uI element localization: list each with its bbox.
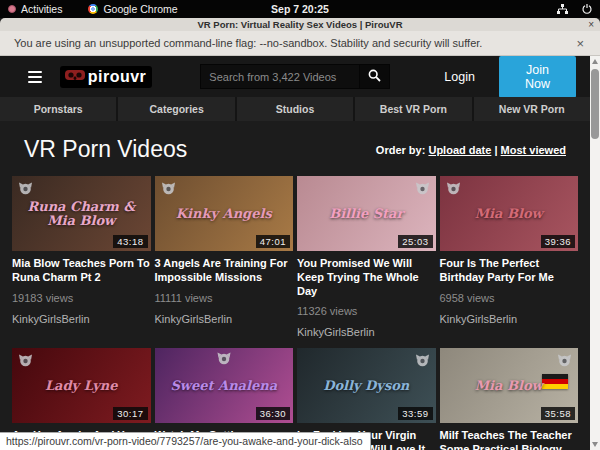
logo-text: pirouvr (88, 68, 147, 86)
nav-item[interactable]: New VR Porn (474, 97, 590, 121)
video-title[interactable]: Four Is The Perfect Birthday Party For M… (440, 257, 579, 285)
nav-item[interactable]: Pornstars (0, 97, 116, 121)
video-thumbnail[interactable]: Runa Charm & Mia Blow 43:18 (12, 176, 151, 251)
activities-label: Activities (21, 3, 62, 15)
order-separator: | (494, 144, 497, 156)
video-studio-link[interactable]: KinkyGirlsBerlin (155, 313, 294, 325)
join-now-button[interactable]: Join Now (499, 56, 576, 98)
browser-viewport: pirouvr Login Join Now Pornstars Categor… (0, 56, 600, 450)
network-tree-icon (557, 4, 568, 14)
clock[interactable]: Sep 7 20:25 (271, 3, 329, 15)
nav-item[interactable]: Studios (237, 97, 353, 121)
order-by: Order by: Upload date | Most viewed (376, 144, 566, 156)
window-close-icon[interactable]: × (588, 18, 594, 31)
studio-badge-icon (18, 353, 33, 371)
german-flag-icon (542, 374, 568, 389)
video-title[interactable]: Milf Teaches The Teacher Some Practical … (440, 429, 579, 450)
video-views: 11111 views (155, 292, 294, 304)
search-form (200, 64, 390, 89)
nav-item[interactable]: Categories (118, 97, 234, 121)
app-menu-button[interactable]: Google Chrome (88, 3, 177, 15)
video-title[interactable]: You Promised We Will Keep Trying The Who… (297, 257, 436, 298)
video-views: 6958 views (440, 292, 579, 304)
video-grid: Runa Charm & Mia Blow 43:18 Mia Blow Tea… (0, 176, 590, 450)
video-duration-badge: 30:17 (113, 407, 147, 420)
order-link-upload-date[interactable]: Upload date (428, 144, 491, 156)
search-button[interactable] (360, 64, 390, 89)
video-studio-link[interactable]: KinkyGirlsBerlin (440, 313, 579, 325)
webpage: pirouvr Login Join Now Pornstars Categor… (0, 56, 590, 450)
vr-goggles-icon (64, 68, 86, 86)
infobar-close-icon[interactable]: × (572, 36, 588, 51)
activities-indicator-icon (8, 5, 16, 13)
video-card[interactable]: Mia Blow 39:36 Four Is The Perfect Birth… (440, 176, 579, 338)
video-duration-badge: 43:18 (113, 235, 147, 248)
studio-badge-icon (18, 181, 33, 199)
video-card[interactable]: Billie Star 25:03 You Promised We Will K… (297, 176, 436, 338)
app-menu-label: Google Chrome (103, 3, 177, 15)
search-icon (368, 69, 381, 85)
window-title: VR Porn: Virtual Reality Sex Videos | Pi… (197, 19, 402, 30)
hamburger-menu-icon[interactable] (28, 71, 42, 83)
order-link-most-viewed[interactable]: Most viewed (501, 144, 566, 156)
order-by-label: Order by: (376, 144, 426, 156)
video-studio-link[interactable]: KinkyGirlsBerlin (297, 326, 436, 338)
video-card[interactable]: Mia Blow 35:58 Milf Teaches The Teacher … (440, 348, 579, 450)
scrollbar-up-icon[interactable] (592, 59, 598, 64)
video-card[interactable]: Runa Charm & Mia Blow 43:18 Mia Blow Tea… (12, 176, 151, 338)
studio-badge-icon (446, 181, 461, 199)
video-thumbnail[interactable]: Mia Blow 35:58 (440, 348, 579, 423)
chrome-icon (88, 4, 98, 14)
search-input[interactable] (200, 64, 360, 89)
system-tray[interactable] (557, 4, 592, 14)
studio-badge-icon (415, 353, 430, 371)
video-duration-badge: 25:03 (398, 235, 432, 248)
video-card[interactable]: Kinky Angels 47:01 3 Angels Are Training… (155, 176, 294, 338)
window-titlebar[interactable]: VR Porn: Virtual Reality Sex Videos | Pi… (0, 18, 600, 31)
scrollbar[interactable] (590, 56, 600, 450)
video-views: 11326 views (297, 305, 436, 317)
video-duration-badge: 36:30 (256, 407, 290, 420)
video-thumbnail[interactable]: Billie Star 25:03 (297, 176, 436, 251)
studio-badge-icon (557, 353, 572, 371)
scrollbar-down-icon[interactable] (592, 442, 598, 447)
activities-button[interactable]: Activities (8, 3, 62, 15)
heading-row: VR Porn Videos Order by: Upload date | M… (0, 121, 590, 176)
video-thumbnail[interactable]: Sweet Analena 36:30 (155, 348, 294, 423)
video-duration-badge: 33:59 (398, 407, 432, 420)
infobar-message: You are using an unsupported command-lin… (14, 37, 482, 49)
nav-item[interactable]: Best VR Porn (355, 97, 471, 121)
video-views: 19183 views (12, 292, 151, 304)
video-title[interactable]: Mia Blow Teaches Porn To Runa Charm Pt 2 (12, 257, 151, 285)
video-duration-badge: 47:01 (256, 235, 290, 248)
site-logo[interactable]: pirouvr (60, 66, 153, 88)
video-duration-badge: 39:36 (541, 235, 575, 248)
video-thumbnail[interactable]: Kinky Angels 47:01 (155, 176, 294, 251)
studio-badge-icon (216, 351, 231, 369)
page-title: VR Porn Videos (24, 136, 187, 163)
video-studio-link[interactable]: KinkyGirlsBerlin (12, 313, 151, 325)
studio-badge-icon (415, 181, 430, 199)
login-link[interactable]: Login (444, 70, 475, 84)
video-thumbnail[interactable]: Mia Blow 39:36 (440, 176, 579, 251)
video-title[interactable]: 3 Angels Are Training For Impossible Mis… (155, 257, 294, 285)
site-header: pirouvr Login Join Now (0, 56, 590, 97)
status-bar-url: https://pirouvr.com/vr-porn-video/779325… (0, 432, 371, 450)
video-duration-badge: 35:58 (541, 407, 575, 420)
power-icon (582, 4, 592, 14)
scrollbar-thumb[interactable] (591, 69, 599, 139)
site-nav: Pornstars Categories Studios Best VR Por… (0, 97, 590, 121)
video-thumbnail[interactable]: Lady Lyne 30:17 (12, 348, 151, 423)
system-bar: Activities Google Chrome Sep 7 20:25 (0, 0, 600, 18)
studio-badge-icon (161, 181, 176, 199)
infobar: You are using an unsupported command-lin… (0, 31, 600, 56)
video-thumbnail[interactable]: Dolly Dyson 33:59 (297, 348, 436, 423)
